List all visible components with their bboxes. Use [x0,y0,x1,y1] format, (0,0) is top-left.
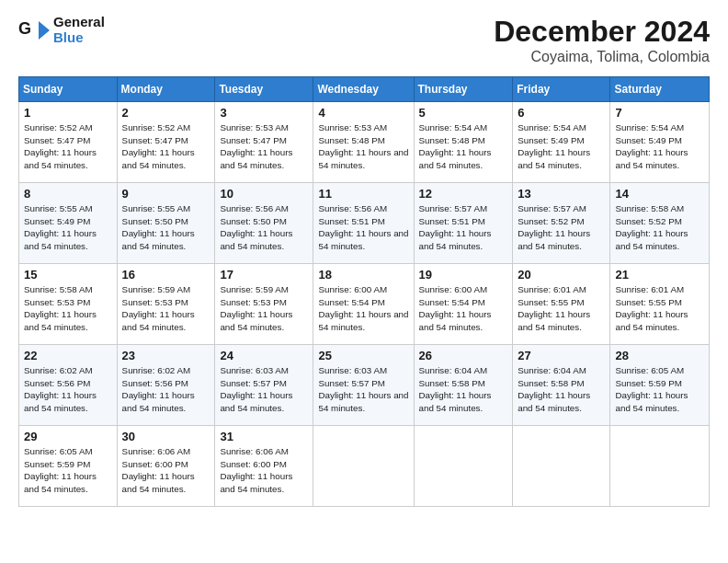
day-info: Sunrise: 5:52 AM Sunset: 5:47 PM Dayligh… [122,121,210,172]
day-number: 29 [24,430,112,443]
logo-blue: Blue [53,29,84,45]
col-friday: Friday [513,77,610,102]
day-info: Sunrise: 6:02 AM Sunset: 5:56 PM Dayligh… [24,364,112,415]
day-number: 18 [318,268,408,282]
day-info: Sunrise: 5:52 AM Sunset: 5:47 PM Dayligh… [24,121,112,172]
month-title: December 2024 [494,15,710,49]
day-number: 6 [518,106,605,120]
day-info: Sunrise: 6:05 AM Sunset: 5:59 PM Dayligh… [24,445,112,496]
logo-text: General Blue [53,15,105,45]
col-sunday: Sunday [19,77,118,102]
table-row: 7 Sunrise: 5:54 AM Sunset: 5:49 PM Dayli… [610,102,710,183]
day-info: Sunrise: 5:56 AM Sunset: 5:50 PM Dayligh… [220,202,308,253]
day-info: Sunrise: 5:59 AM Sunset: 5:53 PM Dayligh… [122,283,210,334]
day-number: 5 [419,106,508,120]
day-info: Sunrise: 5:55 AM Sunset: 5:49 PM Dayligh… [24,202,112,253]
table-row: 6 Sunrise: 5:54 AM Sunset: 5:49 PM Dayli… [513,102,610,183]
day-number: 13 [518,187,605,201]
table-row: 29 Sunrise: 6:05 AM Sunset: 5:59 PM Dayl… [19,426,118,507]
day-number: 24 [220,349,308,362]
location-title: Coyaima, Tolima, Colombia [494,49,710,65]
day-number: 19 [419,268,508,282]
table-row: 24 Sunrise: 6:03 AM Sunset: 5:57 PM Dayl… [215,345,313,426]
day-info: Sunrise: 6:01 AM Sunset: 5:55 PM Dayligh… [518,283,605,334]
table-row [414,426,513,507]
table-row: 1 Sunrise: 5:52 AM Sunset: 5:47 PM Dayli… [19,102,118,183]
calendar-week-row: 1 Sunrise: 5:52 AM Sunset: 5:47 PM Dayli… [19,102,710,183]
day-number: 12 [419,187,508,201]
day-info: Sunrise: 6:05 AM Sunset: 5:59 PM Dayligh… [615,364,704,415]
table-row: 28 Sunrise: 6:05 AM Sunset: 5:59 PM Dayl… [610,345,710,426]
calendar: Sunday Monday Tuesday Wednesday Thursday… [18,76,710,507]
day-info: Sunrise: 5:58 AM Sunset: 5:53 PM Dayligh… [24,283,112,334]
day-number: 11 [318,187,408,201]
day-info: Sunrise: 5:58 AM Sunset: 5:52 PM Dayligh… [615,202,704,253]
day-number: 10 [220,187,308,201]
calendar-week-row: 8 Sunrise: 5:55 AM Sunset: 5:49 PM Dayli… [19,183,710,264]
day-info: Sunrise: 6:01 AM Sunset: 5:55 PM Dayligh… [615,283,704,334]
day-number: 15 [24,268,112,282]
day-info: Sunrise: 6:00 AM Sunset: 5:54 PM Dayligh… [318,283,408,334]
calendar-header-row: Sunday Monday Tuesday Wednesday Thursday… [19,77,710,102]
day-number: 23 [122,349,210,362]
table-row: 20 Sunrise: 6:01 AM Sunset: 5:55 PM Dayl… [513,264,610,345]
table-row: 10 Sunrise: 5:56 AM Sunset: 5:50 PM Dayl… [215,183,313,264]
day-info: Sunrise: 5:57 AM Sunset: 5:52 PM Dayligh… [518,202,605,253]
calendar-week-row: 15 Sunrise: 5:58 AM Sunset: 5:53 PM Dayl… [19,264,710,345]
day-info: Sunrise: 5:57 AM Sunset: 5:51 PM Dayligh… [419,202,508,253]
day-number: 1 [24,106,112,120]
day-info: Sunrise: 5:54 AM Sunset: 5:48 PM Dayligh… [419,121,508,172]
day-number: 27 [518,349,605,362]
day-info: Sunrise: 5:55 AM Sunset: 5:50 PM Dayligh… [122,202,210,253]
table-row: 5 Sunrise: 5:54 AM Sunset: 5:48 PM Dayli… [414,102,513,183]
day-number: 3 [220,106,308,120]
page: G General Blue December 2024 Coyaima, To… [0,0,728,563]
col-saturday: Saturday [610,77,710,102]
day-number: 2 [122,106,210,120]
table-row [513,426,610,507]
day-number: 14 [615,187,704,201]
day-number: 21 [615,268,704,282]
svg-text:G: G [18,19,31,38]
day-info: Sunrise: 6:00 AM Sunset: 5:54 PM Dayligh… [419,283,508,334]
table-row [313,426,414,507]
col-monday: Monday [117,77,215,102]
title-block: December 2024 Coyaima, Tolima, Colombia [494,15,710,65]
day-info: Sunrise: 6:04 AM Sunset: 5:58 PM Dayligh… [419,364,508,415]
day-info: Sunrise: 6:06 AM Sunset: 6:00 PM Dayligh… [220,445,308,496]
table-row: 23 Sunrise: 6:02 AM Sunset: 5:56 PM Dayl… [117,345,215,426]
day-info: Sunrise: 5:53 AM Sunset: 5:47 PM Dayligh… [220,121,308,172]
table-row: 2 Sunrise: 5:52 AM Sunset: 5:47 PM Dayli… [117,102,215,183]
day-number: 26 [419,349,508,362]
day-number: 25 [318,349,408,362]
day-number: 20 [518,268,605,282]
day-number: 28 [615,349,704,362]
table-row: 17 Sunrise: 5:59 AM Sunset: 5:53 PM Dayl… [215,264,313,345]
table-row [610,426,710,507]
table-row: 12 Sunrise: 5:57 AM Sunset: 5:51 PM Dayl… [414,183,513,264]
day-info: Sunrise: 6:04 AM Sunset: 5:58 PM Dayligh… [518,364,605,415]
col-wednesday: Wednesday [313,77,414,102]
table-row: 25 Sunrise: 6:03 AM Sunset: 5:57 PM Dayl… [313,345,414,426]
day-number: 31 [220,430,308,443]
col-tuesday: Tuesday [215,77,313,102]
day-info: Sunrise: 6:03 AM Sunset: 5:57 PM Dayligh… [220,364,308,415]
calendar-body: 1 Sunrise: 5:52 AM Sunset: 5:47 PM Dayli… [19,102,710,507]
table-row: 16 Sunrise: 5:59 AM Sunset: 5:53 PM Dayl… [117,264,215,345]
day-number: 16 [122,268,210,282]
table-row: 3 Sunrise: 5:53 AM Sunset: 5:47 PM Dayli… [215,102,313,183]
day-info: Sunrise: 5:54 AM Sunset: 5:49 PM Dayligh… [518,121,605,172]
day-info: Sunrise: 5:59 AM Sunset: 5:53 PM Dayligh… [220,283,308,334]
day-number: 7 [615,106,704,120]
table-row: 18 Sunrise: 6:00 AM Sunset: 5:54 PM Dayl… [313,264,414,345]
table-row: 14 Sunrise: 5:58 AM Sunset: 5:52 PM Dayl… [610,183,710,264]
logo: G General Blue [18,15,105,45]
calendar-week-row: 29 Sunrise: 6:05 AM Sunset: 5:59 PM Dayl… [19,426,710,507]
day-info: Sunrise: 5:54 AM Sunset: 5:49 PM Dayligh… [615,121,704,172]
col-thursday: Thursday [414,77,513,102]
day-number: 22 [24,349,112,362]
logo-icon: G [18,17,50,43]
header: G General Blue December 2024 Coyaima, To… [18,15,710,65]
day-info: Sunrise: 6:03 AM Sunset: 5:57 PM Dayligh… [318,364,408,415]
table-row: 15 Sunrise: 5:58 AM Sunset: 5:53 PM Dayl… [19,264,118,345]
